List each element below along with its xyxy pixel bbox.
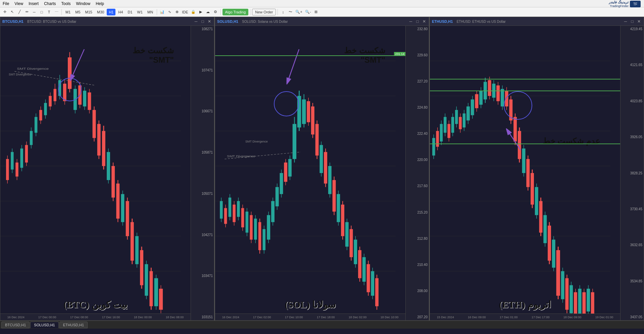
new-order-btn[interactable]: New Order xyxy=(252,9,276,15)
eth-time-axis: 15 Dec 2024 16 Dec 09:00 17 Dec 01:00 17… xyxy=(430,314,620,320)
sol-arrow-svg xyxy=(255,46,323,113)
crosshair-tool[interactable]: ✛ xyxy=(1,8,8,16)
btc-maximize[interactable]: □ xyxy=(200,19,205,24)
eth-h-line-2 xyxy=(430,91,620,91)
btc-chart-header: BTCUSD,H1 BTCUSD: BTCUSD vs US Dollar ─ … xyxy=(0,17,214,26)
tf-d1[interactable]: D1 xyxy=(126,9,135,15)
eth-close[interactable]: ✕ xyxy=(636,19,642,24)
menu-window[interactable]: Window xyxy=(73,1,93,6)
menu-tools[interactable]: Tools xyxy=(59,1,73,6)
logo-text-en: TradingFinder xyxy=(609,4,629,8)
settings-btn[interactable]: ⚙ xyxy=(212,8,219,16)
eth-candles-svg xyxy=(430,26,644,320)
svg-text:SMT Divergence: SMT Divergence xyxy=(227,155,255,158)
btc-close[interactable]: ✕ xyxy=(207,19,212,24)
sol-price-tag: 231.14 xyxy=(394,52,405,56)
btc-chart-body[interactable]: SMT Divergence xyxy=(0,26,214,320)
tab-btcusd[interactable]: BTCUSD,H1 xyxy=(1,322,30,328)
sol-price-axis: 232.80 229.60 227.20 224.80 222.40 220.0… xyxy=(405,26,429,320)
ide-btn[interactable]: IDE xyxy=(181,8,189,16)
sol-chart-panel: SOLUSD,H1 SOLUSD: Solana vs US Dollar ─ … xyxy=(215,17,430,321)
text-tool[interactable]: T xyxy=(46,8,52,16)
horizontal-line-tool[interactable]: ─ xyxy=(31,8,38,16)
btc-chart-panel: BTCUSD,H1 BTCUSD: BTCUSD vs US Dollar ─ … xyxy=(0,17,215,321)
indicators-btn[interactable]: ∿ xyxy=(166,8,173,16)
logo-icon: TF xyxy=(630,1,641,7)
eth-h-line-1 xyxy=(430,79,620,79)
menu-file[interactable]: File xyxy=(0,1,12,6)
shape-tool[interactable]: □ xyxy=(38,8,45,16)
menu-charts[interactable]: Charts xyxy=(41,1,58,6)
sol-smt-label: SMT Divergence xyxy=(245,140,268,143)
sol-h-line-top xyxy=(215,55,405,56)
arrow-tool[interactable]: ↖ xyxy=(9,8,15,16)
logo-text-fa: تریدینگ فایندر xyxy=(609,0,629,4)
svg-line-245 xyxy=(507,130,521,150)
sol-chart-body[interactable]: 231.14 SMT Divergence xyxy=(215,26,429,320)
sol-maximize[interactable]: □ xyxy=(415,19,420,24)
btc-minimize[interactable]: ─ xyxy=(193,19,199,24)
play-btn[interactable]: ▶ xyxy=(197,8,204,16)
btc-price-axis: 108271 107471 106671 105871 105071 10427… xyxy=(191,26,214,320)
toolbar: ✛ ↖ ╱ ✏ ─ □ T ⋯ M1 M5 M15 M30 H1 H4 D1 W… xyxy=(0,7,644,17)
eth-h-line-3 xyxy=(430,144,620,144)
pen-tool[interactable]: ✏ xyxy=(23,8,30,16)
btc-annotation: شکست خط "SMT" xyxy=(133,46,174,65)
tf-mn[interactable]: MN xyxy=(145,9,155,15)
menu-bar: File View Insert Charts Tools Window Hel… xyxy=(0,0,644,7)
sol-minimize[interactable]: ─ xyxy=(408,19,413,24)
tf-h1[interactable]: H1 xyxy=(107,9,115,15)
zoom-in-btn[interactable]: 🔍+ xyxy=(294,8,303,16)
tf-m30[interactable]: M30 xyxy=(95,9,106,15)
tf-w1[interactable]: W1 xyxy=(135,9,145,15)
tf-h4[interactable]: H4 xyxy=(116,9,125,15)
eth-smt-circle xyxy=(504,91,532,120)
depth-btn[interactable]: ↕ xyxy=(280,8,286,16)
logo-area: تریدینگ فایندر TradingFinder TF xyxy=(609,0,641,8)
algo-trading-btn[interactable]: Algo Trading xyxy=(222,9,249,15)
btc-time-axis: 16 Dec 2024 17 Dec 00:00 17 Dec 08:00 17… xyxy=(0,314,191,320)
tab-ethusd[interactable]: ETHUSD,H1 xyxy=(59,322,88,328)
menu-insert[interactable]: Insert xyxy=(26,1,41,6)
eth-maximize[interactable]: □ xyxy=(630,19,635,24)
btc-bottom-label: بیت کوین (BTC) xyxy=(0,299,191,310)
btc-smt-label: SMT Divergence xyxy=(9,73,31,76)
btc-arrow-svg xyxy=(34,43,101,110)
bottom-tabs: BTCUSD,H1 SOLUSD,H1 ETHUSD,H1 xyxy=(0,321,644,329)
zoom-out-btn[interactable]: 🔍- xyxy=(304,8,312,16)
wave-btn[interactable]: 〜 xyxy=(287,8,294,16)
line-tool[interactable]: ╱ xyxy=(16,8,23,16)
sol-close[interactable]: ✕ xyxy=(422,19,427,24)
eth-bottom-label: اتریوم (ETH) xyxy=(430,299,620,310)
cloud-btn[interactable]: ☁ xyxy=(205,8,211,16)
menu-view[interactable]: View xyxy=(12,1,26,6)
eth-price-axis: 4219.45 4121.65 4023.85 3926.05 3828.25 … xyxy=(620,26,644,320)
charts-area: BTCUSD,H1 BTCUSD: BTCUSD vs US Dollar ─ … xyxy=(0,17,644,321)
btc-candles-svg: SMT Divergence xyxy=(0,26,214,320)
sol-chart-header: SOLUSD,H1 SOLUSD: Solana vs US Dollar ─ … xyxy=(215,17,429,26)
eth-arrow-svg xyxy=(487,123,554,157)
eth-minimize[interactable]: ─ xyxy=(623,19,628,24)
svg-line-159 xyxy=(287,49,299,83)
tab-solusd[interactable]: SOLUSD,H1 xyxy=(30,322,58,328)
tf-m15[interactable]: M15 xyxy=(83,9,94,15)
sol-bottom-label: سولانا (SOL) xyxy=(215,299,405,310)
eth-chart-panel: ETHUSD,H1 ETHUSD: ETHUSD vs US Dollar ─ … xyxy=(430,17,644,321)
btc-chart-title: BTCUSD,H1 BTCUSD: BTCUSD vs US Dollar xyxy=(2,19,76,24)
eth-chart-body[interactable]: 4219.45 4121.65 4023.85 3926.05 3828.25 … xyxy=(430,26,644,320)
tf-m5[interactable]: M5 xyxy=(73,9,82,15)
menu-help[interactable]: Help xyxy=(93,1,107,6)
chart-type-btn[interactable]: 📊 xyxy=(159,8,165,16)
eth-chart-header: ETHUSD,H1 ETHUSD: ETHUSD vs US Dollar ─ … xyxy=(430,17,644,26)
sol-time-axis: 16 Dec 2024 17 Dec 02:00 17 Dec 10:00 17… xyxy=(215,314,405,320)
svg-line-75 xyxy=(71,49,84,79)
tf-m1[interactable]: M1 xyxy=(63,9,72,15)
grid-btn[interactable]: ⊞ xyxy=(313,8,319,16)
more-tools[interactable]: ⋯ xyxy=(53,8,60,16)
lock-btn[interactable]: 🔒 xyxy=(190,8,197,16)
compare-btn[interactable]: ⊕ xyxy=(174,8,180,16)
sol-chart-title: SOLUSD,H1 SOLUSD: Solana vs US Dollar xyxy=(217,19,288,24)
eth-chart-title: ETHUSD,H1 ETHUSD: ETHUSD vs US Dollar xyxy=(432,19,506,24)
